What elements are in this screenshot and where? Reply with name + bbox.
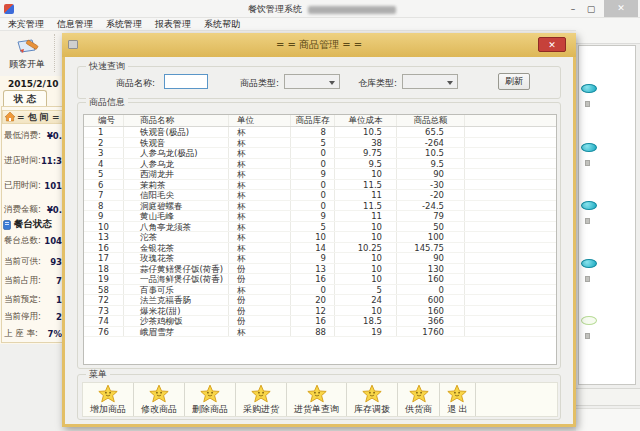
column-header-no[interactable]: 编号 bbox=[84, 115, 124, 126]
table-row[interactable]: 8 洞庭碧螺春 杯 0 11.5 -24.5 bbox=[84, 201, 556, 212]
table-row[interactable]: 9 黄山毛峰 杯 9 11 79 bbox=[84, 211, 556, 222]
cell-unit: 份 bbox=[229, 316, 291, 326]
close-window-button[interactable]: ✕ bbox=[604, 0, 638, 17]
main-titlebar: 餐饮管理系统 – ▢ ✕ bbox=[0, 0, 640, 18]
redacted-title-text bbox=[308, 6, 396, 14]
menu-action-button[interactable]: 采购进货 bbox=[236, 383, 287, 416]
product-name-label: 商品名称: bbox=[116, 77, 155, 90]
warehouse-type-select[interactable] bbox=[402, 74, 458, 89]
cell-cost: 10 bbox=[335, 169, 397, 179]
cell-cost: 11.5 bbox=[335, 180, 397, 190]
stat-label: 消费金额: bbox=[4, 204, 41, 216]
chevron-down-icon bbox=[329, 81, 335, 85]
stat-value: 104 bbox=[44, 236, 62, 246]
product-name-input[interactable] bbox=[164, 74, 208, 89]
refresh-button[interactable]: 刷新 bbox=[498, 73, 530, 90]
table-row[interactable]: 58 百事可乐 杯 0 5 0 bbox=[84, 285, 556, 296]
cell-name: 信阳毛尖 bbox=[124, 190, 229, 200]
menu-action-label: 删除商品 bbox=[192, 403, 228, 416]
table-row[interactable]: 19 一品海鲜煲仔饭(荷香) 份 16 10 160 bbox=[84, 274, 556, 285]
table-status-icon[interactable] bbox=[581, 84, 597, 93]
menu-action-button[interactable]: 退 出 bbox=[440, 383, 476, 416]
table-row[interactable]: 76 峨眉雪芽 杯 88 19 1760 bbox=[84, 327, 556, 338]
menu-item[interactable]: 来宾管理 bbox=[8, 18, 44, 31]
cell-cost: 9.75 bbox=[335, 148, 397, 158]
table-marker bbox=[585, 333, 590, 339]
table-row[interactable]: 7 信阳毛尖 杯 0 11 -20 bbox=[84, 190, 556, 201]
table-marker bbox=[585, 218, 590, 224]
dialog-close-button[interactable]: ✕ bbox=[538, 37, 566, 52]
menu-action-button[interactable]: 供货商 bbox=[398, 383, 440, 416]
table-row[interactable]: 73 爆米花(甜) 份 12 10 160 bbox=[84, 306, 556, 317]
customer-billing-button[interactable]: 顾客开单 bbox=[2, 33, 52, 75]
cell-total: 90 bbox=[397, 253, 465, 263]
column-header-unit[interactable]: 单位 bbox=[229, 115, 291, 126]
column-header-name[interactable]: 商品名称 bbox=[124, 115, 229, 126]
tab-status[interactable]: 状 态 bbox=[3, 90, 47, 107]
table-row[interactable]: 13 沱茶 杯 10 10 100 bbox=[84, 232, 556, 243]
menu-item[interactable]: 报表管理 bbox=[155, 18, 191, 31]
menu-item[interactable]: 系统帮助 bbox=[204, 18, 240, 31]
table-row[interactable]: 16 金银花茶 杯 14 10.25 145.75 bbox=[84, 243, 556, 254]
stat-row: 当前占用:7 bbox=[4, 275, 62, 287]
column-header-cost[interactable]: 单位成本 bbox=[335, 115, 397, 126]
cell-no: 58 bbox=[84, 285, 124, 295]
cell-stock: 16 bbox=[291, 274, 335, 284]
table-status-icon[interactable] bbox=[581, 143, 597, 152]
table-row[interactable]: 18 蒜仔黄鳝煲仔饭(荷香) 份 13 10 130 bbox=[84, 264, 556, 275]
maximize-button[interactable]: ▢ bbox=[584, 2, 598, 16]
cell-cost: 10 bbox=[335, 306, 397, 316]
cell-cost: 24 bbox=[335, 295, 397, 305]
cell-stock: 5 bbox=[291, 138, 335, 148]
cell-no: 19 bbox=[84, 274, 124, 284]
menu-action-button[interactable]: 修改商品 bbox=[134, 383, 185, 416]
billing-icon bbox=[15, 38, 39, 56]
table-row[interactable]: 4 人参乌龙 杯 0 9.5 9.5 bbox=[84, 159, 556, 170]
table-row[interactable]: 6 茉莉茶 杯 0 11.5 -30 bbox=[84, 180, 556, 191]
room-header-label: = 包 间 = bbox=[17, 111, 59, 124]
stat-row: 当前可供:93 bbox=[4, 256, 62, 268]
cell-name: 人参乌龙 bbox=[124, 159, 229, 169]
column-header-total[interactable]: 商品总额 bbox=[397, 115, 465, 126]
minimize-button[interactable]: – bbox=[566, 2, 580, 16]
menu-action-button[interactable]: 增加商品 bbox=[83, 383, 134, 416]
cell-no: 76 bbox=[84, 327, 124, 337]
cell-name: 沱茶 bbox=[124, 232, 229, 242]
cell-no: 5 bbox=[84, 169, 124, 179]
menu-action-button[interactable]: 进货单查询 bbox=[287, 383, 347, 416]
toolbar-button-label: 顾客开单 bbox=[9, 58, 45, 71]
cell-name: 峨眉雪芽 bbox=[124, 327, 229, 337]
right-bottom-band bbox=[576, 408, 640, 431]
table-status-icon[interactable] bbox=[581, 259, 597, 268]
menu-item[interactable]: 系统管理 bbox=[106, 18, 142, 31]
table-row[interactable]: 74 沙茶鸡柳饭 份 16 18.5 366 bbox=[84, 316, 556, 327]
table-row[interactable]: 5 西湖龙井 杯 9 10 90 bbox=[84, 169, 556, 180]
product-type-select[interactable] bbox=[284, 74, 340, 89]
cell-stock: 0 bbox=[291, 285, 335, 295]
table-row[interactable]: 10 八角亭龙须茶 杯 5 10 50 bbox=[84, 222, 556, 233]
table-status-icon[interactable] bbox=[581, 201, 597, 210]
cell-no: 16 bbox=[84, 243, 124, 253]
table-row[interactable]: 17 玫瑰花茶 杯 9 10 90 bbox=[84, 253, 556, 264]
cell-total: 10.5 bbox=[397, 148, 465, 158]
menu-item[interactable]: 信息管理 bbox=[57, 18, 93, 31]
column-header-stock[interactable]: 商品库存 bbox=[291, 115, 335, 126]
cell-total: 90 bbox=[397, 169, 465, 179]
dialog-content: 快速查询 商品名称: 商品类型: 仓库类型: 刷新 商品信息 编号 bbox=[65, 57, 573, 424]
menu-action-button[interactable]: 库存调拨 bbox=[347, 383, 398, 416]
table-row[interactable]: 3 人参乌龙(极品) 杯 0 9.75 10.5 bbox=[84, 148, 556, 159]
cell-stock: 14 bbox=[291, 243, 335, 253]
cell-stock: 0 bbox=[291, 148, 335, 158]
stat-row: 上 座 率:7% bbox=[4, 328, 62, 340]
cell-stock: 12 bbox=[291, 306, 335, 316]
table-row[interactable]: 2 铁观音 杯 5 38 -264 bbox=[84, 138, 556, 149]
cell-total: 160 bbox=[397, 306, 465, 316]
star-icon bbox=[98, 384, 118, 403]
table-row[interactable]: 1 铁观音(极品) 杯 8 10.5 65.5 bbox=[84, 127, 556, 138]
table-row[interactable]: 72 法兰克福香肠 份 20 24 600 bbox=[84, 295, 556, 306]
table-status-icon[interactable] bbox=[581, 316, 597, 325]
menu-action-button[interactable]: 删除商品 bbox=[185, 383, 236, 416]
cell-no: 73 bbox=[84, 306, 124, 316]
cell-total: 79 bbox=[397, 211, 465, 221]
table-marker bbox=[585, 101, 590, 107]
